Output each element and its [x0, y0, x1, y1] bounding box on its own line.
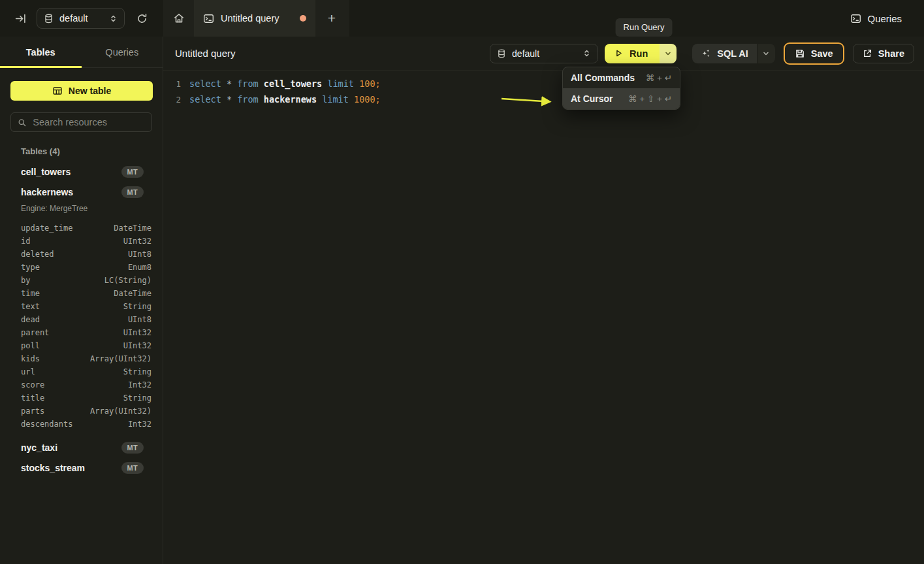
table-row[interactable]: stocks_stream MT: [21, 457, 144, 478]
new-table-button[interactable]: New table: [10, 81, 153, 101]
column-type: Int32: [128, 380, 151, 390]
tab-title: Untitled query: [221, 13, 279, 24]
code-token: limit: [322, 94, 354, 105]
topbar-database-selector[interactable]: default: [37, 8, 125, 29]
collapse-sidebar-button[interactable]: [12, 10, 29, 27]
column-name: time: [21, 289, 40, 298]
sql-ai-options-button[interactable]: [757, 44, 775, 63]
column-row[interactable]: url String: [21, 365, 151, 378]
column-name: text: [21, 302, 40, 311]
column-row[interactable]: update_time DateTime: [21, 222, 151, 235]
query-toolbar: Untitled query default Run: [163, 37, 924, 71]
table-engine-label: Engine: MergeTree: [21, 204, 163, 216]
run-menu-item[interactable]: At Cursor ⌘ + ⇧ + ↵: [563, 88, 680, 109]
search-input[interactable]: [31, 116, 145, 128]
select-chevrons-icon: [582, 49, 591, 58]
menu-item-shortcut: ⌘ + ⇧ + ↵: [628, 93, 672, 104]
table-name: stocks_stream: [21, 463, 85, 473]
table-engine-badge: MT: [121, 462, 144, 474]
column-row[interactable]: time DateTime: [21, 287, 151, 300]
share-button[interactable]: Share: [853, 44, 914, 63]
search-box[interactable]: [10, 112, 152, 132]
topbar-database-value: default: [59, 13, 103, 24]
refresh-icon: [136, 13, 148, 24]
topbar: default Untitled query + Queries: [0, 0, 924, 37]
collapse-sidebar-icon: [15, 13, 26, 24]
database-icon: [44, 14, 54, 24]
column-row[interactable]: score Int32: [21, 378, 151, 391]
sql-editor[interactable]: 1 select * from cell_towers limit 100; 2…: [163, 71, 924, 107]
editor-line[interactable]: 2 select * from hackernews limit 1000;: [171, 91, 924, 107]
terminal-icon: [850, 13, 861, 24]
sidebar-tab-queries[interactable]: Queries: [82, 37, 163, 67]
refresh-button[interactable]: [133, 10, 150, 27]
column-row[interactable]: deleted UInt8: [21, 248, 151, 261]
column-name: kids: [21, 354, 40, 363]
play-icon: [614, 48, 624, 58]
column-name: type: [21, 263, 40, 272]
sidebar-tab-tables-label: Tables: [26, 47, 56, 58]
column-name: url: [21, 367, 35, 376]
column-row[interactable]: by LC(String): [21, 274, 151, 287]
run-button[interactable]: Run: [605, 44, 660, 63]
queries-panel-label: Queries: [867, 13, 902, 24]
column-name: parent: [21, 328, 49, 337]
editor-line[interactable]: 1 select * from cell_towers limit 100;: [171, 76, 924, 91]
select-chevrons-icon: [109, 14, 118, 23]
code-token: 100;: [359, 78, 381, 89]
table-engine-badge: MT: [121, 442, 144, 454]
save-button[interactable]: Save: [784, 42, 844, 65]
menu-item-shortcut: ⌘ + ↵: [646, 73, 672, 83]
code-token: from: [237, 78, 264, 89]
column-row[interactable]: parent UInt32: [21, 326, 151, 339]
table-engine-badge: MT: [121, 186, 144, 198]
table-list: cell_towers MT hackernews MT Engine: Mer…: [0, 161, 163, 478]
table-row[interactable]: cell_towers MT: [21, 161, 144, 182]
column-name: deleted: [21, 250, 54, 259]
save-label: Save: [811, 48, 833, 59]
code-token: *: [227, 78, 237, 89]
column-type: Int32: [128, 420, 151, 429]
column-name: update_time: [21, 224, 72, 233]
sidebar-tab-tables[interactable]: Tables: [0, 37, 82, 67]
code-token: select: [189, 78, 227, 89]
terminal-icon: [203, 13, 214, 24]
column-row[interactable]: title String: [21, 391, 151, 405]
code-token: *: [227, 94, 237, 105]
column-row[interactable]: poll UInt32: [21, 339, 151, 352]
column-type: Array(UInt32): [90, 406, 151, 416]
column-row[interactable]: parts Array(UInt32): [21, 405, 151, 418]
column-row[interactable]: kids Array(UInt32): [21, 352, 151, 365]
queries-panel-button[interactable]: Queries: [846, 0, 906, 37]
column-row[interactable]: text String: [21, 300, 151, 313]
database-icon: [497, 49, 506, 58]
column-row[interactable]: id UInt32: [21, 235, 151, 248]
run-label: Run: [629, 48, 648, 59]
toolbar-database-selector[interactable]: default: [490, 44, 598, 63]
sql-ai-button[interactable]: SQL AI: [692, 44, 757, 63]
table-icon: [52, 86, 63, 96]
column-name: by: [21, 276, 30, 285]
new-tab-button[interactable]: +: [315, 0, 348, 37]
line-code: select * from cell_towers limit 100;: [189, 78, 381, 89]
table-row[interactable]: nyc_taxi MT: [21, 437, 144, 457]
column-row[interactable]: descendants Int32: [21, 418, 151, 431]
tab-strip: Untitled query +: [163, 0, 349, 37]
table-row[interactable]: hackernews MT: [21, 182, 144, 202]
column-name: poll: [21, 341, 40, 350]
table-name: hackernews: [21, 187, 73, 197]
sidebar-tab-queries-label: Queries: [105, 47, 138, 58]
run-options-menu: All Commands ⌘ + ↵ At Cursor ⌘ + ⇧ + ↵: [562, 67, 680, 110]
column-row[interactable]: dead UInt8: [21, 313, 151, 326]
run-options-button[interactable]: [660, 44, 677, 63]
code-token: from: [237, 94, 264, 105]
column-type: Enum8: [128, 263, 151, 272]
column-type: String: [123, 393, 151, 403]
tab-untitled-query[interactable]: Untitled query: [194, 0, 315, 37]
code-token: select: [189, 94, 227, 105]
sql-ai-split-button: SQL AI: [692, 44, 775, 63]
column-row[interactable]: type Enum8: [21, 261, 151, 274]
run-menu-item[interactable]: All Commands ⌘ + ↵: [563, 67, 680, 88]
home-button[interactable]: [163, 0, 194, 37]
code-token: hackernews: [264, 94, 322, 105]
